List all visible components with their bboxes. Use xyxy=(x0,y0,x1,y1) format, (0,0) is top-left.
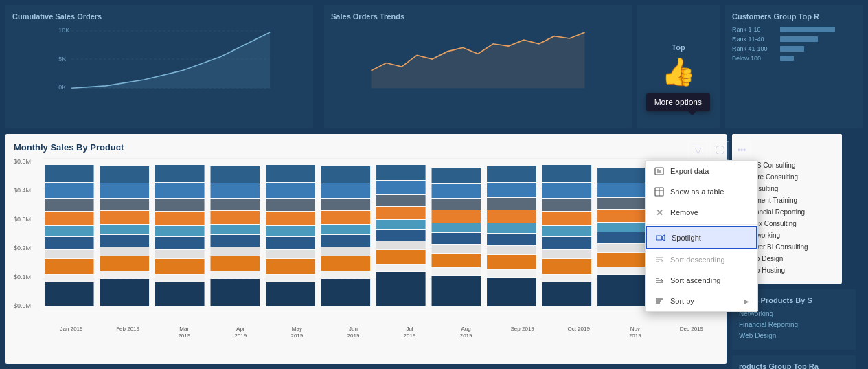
svg-rect-28 xyxy=(100,199,149,210)
svg-rect-54 xyxy=(211,271,260,278)
svg-rect-19 xyxy=(45,212,94,225)
expand-icon: ⛶ xyxy=(716,146,724,155)
svg-rect-101 xyxy=(487,234,536,245)
spotlight-icon xyxy=(655,232,666,243)
svg-rect-18 xyxy=(45,199,94,211)
svg-rect-37 xyxy=(155,183,205,198)
sort-desc-icon xyxy=(654,254,665,265)
svg-rect-86 xyxy=(432,168,481,183)
svg-rect-48 xyxy=(211,199,260,210)
svg-rect-22 xyxy=(45,250,94,258)
menu-item-show-table[interactable]: Show as a table xyxy=(646,181,757,202)
menu-item-sort-desc[interactable]: Sort descending xyxy=(646,249,757,270)
svg-rect-105 xyxy=(487,278,536,306)
svg-rect-64 xyxy=(266,275,315,282)
expand-button[interactable]: ⛶ xyxy=(710,141,729,160)
svg-rect-70 xyxy=(321,225,371,234)
y-label-4: $0.2M xyxy=(14,245,31,251)
rank-label-2: Rank 11-40 xyxy=(732,36,780,43)
context-menu: Export data Show as a table ✕ Remove Spo… xyxy=(645,160,758,312)
table-icon xyxy=(654,186,665,197)
svg-rect-123 xyxy=(597,253,647,267)
svg-rect-59 xyxy=(266,212,315,225)
svg-rect-122 xyxy=(597,244,647,252)
rank-label-4: Below 100 xyxy=(732,55,780,62)
product-webdesign: Web Design xyxy=(739,332,849,339)
svg-rect-124 xyxy=(597,267,647,274)
svg-rect-112 xyxy=(542,250,592,258)
filter-icon: ▽ xyxy=(695,146,701,155)
svg-rect-99 xyxy=(487,210,536,223)
customers-group-chart: Customers Group Top R Rank 1-10 Rank 11-… xyxy=(725,5,863,128)
bars-svg xyxy=(43,158,718,309)
x-label-mar: Mar2019 xyxy=(157,326,211,339)
chart-toolbar: ▽ ⛶ ••• xyxy=(688,141,751,160)
svg-rect-56 xyxy=(266,165,315,182)
svg-rect-38 xyxy=(155,199,205,211)
cumulative-sales-svg: 10K 5K 0K Jan 2019 Apr 2019 Jul 2019 Oct… xyxy=(12,25,306,93)
menu-label-sort-desc: Sort descending xyxy=(670,256,725,264)
tooltip-text: More options xyxy=(654,98,702,107)
svg-rect-79 xyxy=(376,207,426,219)
svg-rect-96 xyxy=(487,166,536,182)
menu-item-sort-by[interactable]: Sort by ▶ xyxy=(646,291,757,311)
filter-button[interactable]: ▽ xyxy=(688,141,707,160)
rank-bar-4 xyxy=(780,56,794,61)
svg-rect-42 xyxy=(155,250,205,258)
svg-rect-88 xyxy=(432,199,481,210)
more-options-button[interactable]: ••• xyxy=(732,141,751,160)
y-label-5: $0.1M xyxy=(14,273,31,280)
svg-rect-92 xyxy=(432,245,481,253)
menu-item-export[interactable]: Export data xyxy=(646,161,757,181)
svg-rect-39 xyxy=(155,212,205,225)
svg-rect-21 xyxy=(45,237,94,249)
svg-rect-102 xyxy=(487,246,536,254)
svg-rect-95 xyxy=(432,276,481,306)
svg-rect-80 xyxy=(376,220,426,229)
x-label-apr: Apr2019 xyxy=(214,326,267,339)
menu-label-export: Export data xyxy=(670,167,709,175)
svg-rect-76 xyxy=(376,165,426,180)
svg-rect-69 xyxy=(321,211,371,224)
svg-rect-143 xyxy=(656,236,662,240)
svg-rect-36 xyxy=(155,165,205,182)
product-financial: Financial Reporting xyxy=(739,321,849,328)
sort-by-arrow: ▶ xyxy=(744,298,749,305)
svg-rect-63 xyxy=(266,259,315,274)
svg-rect-74 xyxy=(321,271,371,278)
remove-icon: ✕ xyxy=(654,207,665,218)
svg-rect-46 xyxy=(211,166,260,183)
svg-text:Jan 2019: Jan 2019 xyxy=(66,93,88,93)
menu-item-remove[interactable]: ✕ Remove xyxy=(646,202,757,223)
customers-group-title: Customers Group Top R xyxy=(732,12,856,21)
svg-rect-111 xyxy=(542,237,592,249)
cumulative-sales-title: Cumulative Sales Orders xyxy=(12,12,306,21)
menu-label-remove: Remove xyxy=(670,208,698,216)
svg-rect-98 xyxy=(487,198,536,210)
svg-rect-25 xyxy=(45,282,94,306)
x-label-dec: Dec 2019 xyxy=(665,326,718,339)
x-label-oct: Oct 2019 xyxy=(552,326,606,339)
svg-rect-44 xyxy=(155,275,205,282)
menu-item-sort-asc[interactable]: Sort ascending xyxy=(646,270,757,291)
svg-rect-58 xyxy=(266,199,315,211)
y-label-1: $0.5M xyxy=(14,158,31,165)
svg-rect-82 xyxy=(376,241,426,249)
svg-rect-50 xyxy=(211,225,260,234)
sales-trends-title: Sales Orders Trends xyxy=(331,12,625,21)
svg-rect-121 xyxy=(597,232,647,243)
svg-rect-41 xyxy=(155,237,205,249)
svg-text:10K: 10K xyxy=(58,27,69,34)
svg-rect-81 xyxy=(376,230,426,241)
x-label-may: May2019 xyxy=(270,326,323,339)
rank-bar-2 xyxy=(780,36,818,42)
svg-rect-65 xyxy=(266,282,315,306)
menu-item-spotlight[interactable]: Spotlight xyxy=(646,226,757,249)
top-area: Cumulative Sales Orders 10K 5K 0K Jan 20… xyxy=(0,0,868,134)
svg-rect-100 xyxy=(487,223,536,233)
svg-rect-97 xyxy=(487,183,536,197)
svg-rect-62 xyxy=(266,250,315,258)
svg-rect-114 xyxy=(542,275,592,282)
svg-rect-45 xyxy=(155,282,205,306)
svg-rect-125 xyxy=(597,275,647,306)
